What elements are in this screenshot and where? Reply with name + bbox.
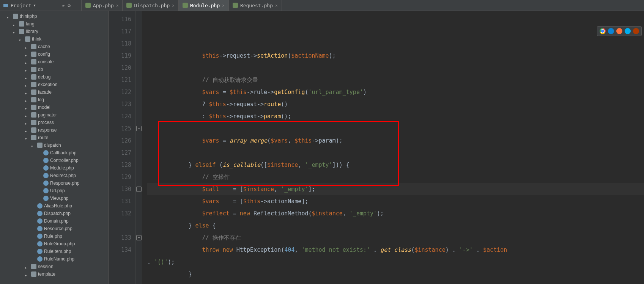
project-dropdown[interactable]: Project ▼ ⇤ ⚙ —: [0, 0, 82, 11]
tree-node-aliasrule-php[interactable]: AliasRule.php: [0, 202, 108, 210]
code-line[interactable]: // 自动获取请求变量: [147, 74, 644, 86]
code-line[interactable]: }: [147, 268, 644, 280]
project-tree-panel[interactable]: thinkphplanglibrarythinkcacheconfigconso…: [0, 11, 109, 284]
tree-node-library[interactable]: library: [0, 28, 108, 35]
fold-toggle-icon[interactable]: −: [136, 235, 142, 240]
tree-node-label: db: [38, 67, 43, 72]
tree-node-resource-php[interactable]: Resource.php: [0, 225, 108, 232]
tree-node-session[interactable]: session: [0, 263, 108, 270]
edge-icon[interactable]: [608, 28, 614, 34]
code-line[interactable]: [147, 62, 644, 74]
code-line[interactable]: // 空操作: [147, 171, 644, 183]
close-icon[interactable]: ✕: [275, 3, 278, 8]
tree-arrow-icon[interactable]: [25, 128, 29, 132]
hide-icon[interactable]: —: [73, 3, 76, 8]
tree-node-rulename-php[interactable]: RuleName.php: [0, 255, 108, 263]
tree-node-thinkphp[interactable]: thinkphp: [0, 13, 108, 20]
code-line[interactable]: $vars = [$this->actionName];: [147, 195, 644, 207]
code-line[interactable]: [147, 122, 644, 135]
tree-arrow-icon[interactable]: [25, 121, 29, 124]
tree-node-debug[interactable]: debug: [0, 73, 108, 81]
tree-node-ruleitem-php[interactable]: RuleItem.php: [0, 248, 108, 255]
tree-node-db[interactable]: db: [0, 66, 108, 73]
tree-arrow-icon[interactable]: [25, 113, 29, 117]
tree-node-redirect-php[interactable]: Redirect.php: [0, 172, 108, 179]
tree-arrow-icon[interactable]: [25, 136, 29, 140]
code-line[interactable]: . '()');: [147, 256, 644, 268]
tree-arrow-icon[interactable]: [13, 22, 17, 26]
tree-arrow-icon[interactable]: [7, 14, 11, 18]
tree-arrow-icon[interactable]: [25, 90, 29, 94]
tree-node-route[interactable]: route: [0, 134, 108, 141]
tree-arrow-icon[interactable]: [25, 52, 29, 56]
tab-dispatch-php[interactable]: Dispatch.php✕: [123, 0, 179, 11]
tree-arrow-icon[interactable]: [25, 98, 29, 102]
php-file-icon: [85, 3, 91, 8]
tree-node-response-php[interactable]: Response.php: [0, 179, 108, 187]
tree-arrow-icon[interactable]: [25, 75, 29, 79]
code-line[interactable]: ? $this->request->route(): [147, 98, 644, 110]
code-line[interactable]: [147, 147, 644, 159]
tree-node-facade[interactable]: facade: [0, 88, 108, 96]
code-line[interactable]: } elseif (is_callable([$instance, '_empt…: [147, 159, 644, 171]
tree-arrow-icon[interactable]: [25, 67, 29, 71]
tree-arrow-icon[interactable]: [13, 30, 17, 33]
tree-node-paginator[interactable]: paginator: [0, 111, 108, 119]
code-line[interactable]: $this->request->setAction($actionName);: [147, 50, 644, 62]
tree-arrow-icon[interactable]: [25, 60, 29, 64]
tree-arrow-icon[interactable]: [25, 265, 29, 268]
tab-app-php[interactable]: App.php✕: [82, 0, 123, 11]
tree-node-view-php[interactable]: View.php: [0, 195, 108, 202]
tree-node-callback-php[interactable]: Callback.php: [0, 149, 108, 157]
tab-module-php[interactable]: Module.php✕: [179, 0, 229, 11]
safari-icon[interactable]: [633, 28, 639, 34]
tree-node-process[interactable]: process: [0, 119, 108, 126]
chrome-icon[interactable]: [600, 28, 606, 34]
tree-node-log[interactable]: log: [0, 96, 108, 104]
tree-node-rulegroup-php[interactable]: RuleGroup.php: [0, 240, 108, 248]
tree-node-url-php[interactable]: Url.php: [0, 187, 108, 195]
tree-node-template[interactable]: template: [0, 270, 108, 278]
close-icon[interactable]: ✕: [222, 3, 225, 8]
close-icon[interactable]: ✕: [116, 3, 119, 8]
tree-node-model[interactable]: model: [0, 104, 108, 111]
tree-node-think[interactable]: think: [0, 35, 108, 43]
collapse-all-icon[interactable]: ⇤: [63, 3, 66, 8]
tree-node-domain-php[interactable]: Domain.php: [0, 217, 108, 225]
tree-node-lang[interactable]: lang: [0, 20, 108, 28]
gear-icon[interactable]: ⚙: [68, 3, 71, 8]
code-line[interactable]: $vars = $this->rule->getConfig('url_para…: [147, 86, 644, 98]
code-line[interactable]: // 操作不存在: [147, 232, 644, 244]
code-line[interactable]: : $this->request->param();: [147, 110, 644, 122]
tree-node-cache[interactable]: cache: [0, 43, 108, 50]
tree-arrow-icon[interactable]: [25, 45, 29, 49]
fold-toggle-icon[interactable]: −: [136, 187, 142, 192]
opera-icon[interactable]: [625, 28, 631, 34]
tree-arrow-icon[interactable]: [25, 272, 29, 276]
firefox-icon[interactable]: [616, 28, 622, 34]
tree-arrow-icon[interactable]: [31, 143, 35, 147]
tree-node-controller-php[interactable]: Controller.php: [0, 157, 108, 164]
fold-toggle-icon[interactable]: −: [136, 126, 142, 131]
tree-node-config[interactable]: config: [0, 50, 108, 58]
tree-node-exception[interactable]: exception: [0, 81, 108, 88]
tree-arrow-icon[interactable]: [25, 83, 29, 86]
tree-node-dispatch[interactable]: dispatch: [0, 141, 108, 149]
tree-arrow-icon[interactable]: [19, 37, 23, 41]
code-line[interactable]: } else {: [147, 220, 644, 232]
tree-node-rule-php[interactable]: Rule.php: [0, 232, 108, 240]
tree-node-module-php[interactable]: Module.php: [0, 164, 108, 172]
code-line[interactable]: throw new HttpException(404, 'method not…: [147, 244, 644, 256]
code-line[interactable]: [147, 280, 644, 284]
code-line[interactable]: $vars = array_merge($vars, $this->param)…: [147, 135, 644, 147]
close-icon[interactable]: ✕: [172, 3, 175, 8]
tree-node-dispatch-php[interactable]: Dispatch.php: [0, 210, 108, 217]
tree-node-console[interactable]: console: [0, 58, 108, 66]
code-line[interactable]: $reflect = new ReflectionMethod($instanc…: [147, 207, 644, 220]
code-editor[interactable]: 1161171181191201211221231241251261271281…: [109, 11, 644, 284]
code-area[interactable]: $this->request->setAction($actionName); …: [142, 11, 644, 284]
tree-node-response[interactable]: response: [0, 126, 108, 134]
tab-request-php[interactable]: Request.php✕: [229, 0, 282, 11]
code-line[interactable]: $call = [$instance, '_empty'];: [147, 183, 644, 195]
tree-arrow-icon[interactable]: [25, 105, 29, 109]
